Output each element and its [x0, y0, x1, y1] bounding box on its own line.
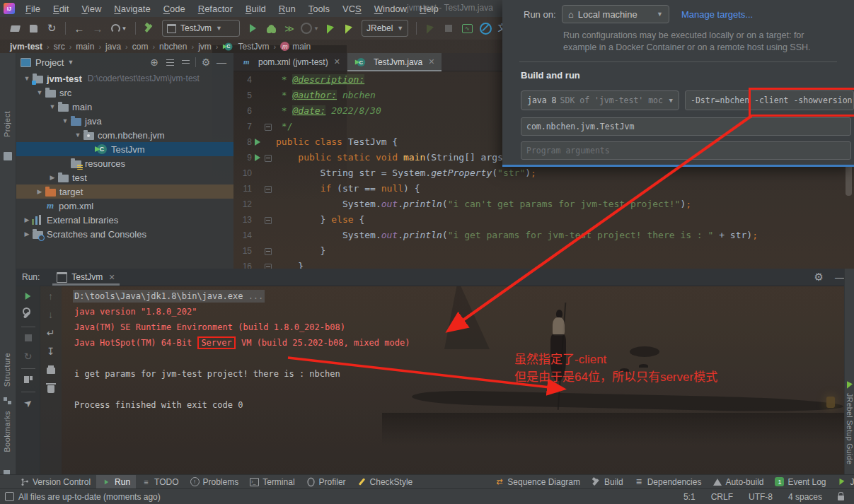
sync-icon[interactable]: ↻: [43, 20, 60, 36]
profiler-icon[interactable]: ▼: [299, 20, 321, 36]
menu-edit[interactable]: Edit: [47, 4, 75, 14]
menu-vcs[interactable]: VCS: [336, 4, 368, 14]
coverage-icon[interactable]: ≫: [281, 20, 298, 36]
program-arguments-field[interactable]: Program arguments: [521, 141, 851, 160]
chevron-expanded-icon[interactable]: ▼: [47, 103, 57, 110]
tool-window-tab-auto-build[interactable]: Auto-build: [707, 475, 769, 489]
breadcrumb-item-main[interactable]: mmain: [280, 42, 311, 52]
user-dropdown-icon[interactable]: ▼: [108, 20, 130, 36]
stop-icon[interactable]: [21, 330, 36, 346]
run-target-selector[interactable]: ⌂ Local machine ▼: [562, 5, 669, 23]
gear-icon[interactable]: ⚙: [814, 271, 824, 283]
pin-tab-icon[interactable]: ➤: [21, 395, 36, 411]
down-stack-trace-icon[interactable]: ↓: [43, 307, 59, 322]
breadcrumb-item-main[interactable]: main: [76, 42, 94, 52]
tool-window-tab-run[interactable]: Run: [96, 475, 136, 489]
run-settings-icon[interactable]: [21, 307, 36, 322]
chevron-expanded-icon[interactable]: ▼: [22, 75, 32, 82]
fold-marker-icon[interactable]: [265, 124, 272, 131]
breadcrumb-item-java[interactable]: java: [105, 42, 121, 52]
scroll-to-end-icon[interactable]: ↧: [43, 344, 59, 359]
tool-window-tab-todo[interactable]: ≡TODO: [136, 475, 184, 489]
jrebel-selector[interactable]: JRebel▼: [362, 20, 408, 37]
jdk-selector[interactable]: java 8 SDK of 'jvm-test' moc ▼: [521, 90, 679, 110]
expand-all-icon[interactable]: [162, 55, 178, 69]
line-ending[interactable]: CRLF: [711, 492, 733, 502]
up-stack-trace-icon[interactable]: ↑: [43, 288, 59, 304]
tab-jrebel-setup-guide[interactable]: JRebel Setup Guide: [846, 393, 854, 464]
manage-targets-link[interactable]: Manage targets...: [681, 9, 753, 20]
tool-window-tab-terminal[interactable]: ›_Terminal: [244, 475, 300, 489]
project-rail-icon[interactable]: [4, 152, 12, 160]
menu-run[interactable]: Run: [272, 4, 302, 14]
tree-item-jvm-test[interactable]: ▼jvm-testD:\coder\test\testJvm\jvm-test: [16, 71, 233, 86]
tool-window-tab-build[interactable]: Build: [586, 475, 629, 489]
lock-icon[interactable]: [838, 496, 844, 500]
menu-build[interactable]: Build: [239, 4, 272, 14]
menu-refactor[interactable]: Refactor: [192, 4, 239, 14]
breadcrumb-item-jvm-test[interactable]: jvm-test: [10, 42, 42, 52]
breadcrumb-item-jvm[interactable]: jvm: [198, 42, 212, 52]
tab-structure-rail[interactable]: Structure: [3, 353, 11, 387]
run-config-selector[interactable]: TestJvm▼: [162, 20, 240, 37]
editor-tab-testjvm-java[interactable]: CTestJvm.java✕: [347, 53, 442, 71]
tool-window-tab-dependencies[interactable]: ≣Dependencies: [629, 475, 708, 489]
tree-item-target[interactable]: ▶target: [16, 184, 233, 199]
build-hammer-icon[interactable]: [141, 20, 158, 36]
run-line-icon[interactable]: [255, 139, 260, 146]
rerun-icon[interactable]: [21, 288, 36, 304]
debug-icon[interactable]: [262, 20, 279, 36]
tree-item-com-nbchen-jvm[interactable]: ▼com.nbchen.jvm: [16, 128, 233, 142]
jrebel-run-icon[interactable]: [322, 20, 339, 36]
tool-window-tab-profiler[interactable]: Profiler: [301, 475, 352, 489]
editor-tab-pom-xml-jvm-test-[interactable]: mpom.xml (jvm-test)✕: [233, 53, 347, 71]
hide-panel-icon[interactable]: —: [835, 272, 844, 283]
jrebel-guide-icon[interactable]: [846, 380, 853, 389]
collapse-all-icon[interactable]: [178, 55, 193, 69]
caret-position[interactable]: 5:1: [683, 492, 696, 502]
tree-item-pom-xml[interactable]: mpom.xml: [16, 199, 233, 213]
close-icon[interactable]: ✕: [334, 57, 340, 66]
soft-wrap-icon[interactable]: ↵: [43, 325, 59, 341]
chevron-collapsed-icon[interactable]: ▶: [35, 188, 45, 195]
intellij-logo-icon[interactable]: IJ: [4, 3, 15, 14]
tree-item-external-libraries[interactable]: ▶External Libraries: [16, 213, 233, 227]
hide-panel-icon[interactable]: —: [214, 55, 229, 69]
tool-window-tab-event-log[interactable]: 1Event Log: [769, 475, 831, 489]
run-console-tab[interactable]: TestJvm ✕: [51, 269, 120, 286]
jrebel-sync-icon[interactable]: [422, 20, 439, 36]
tool-window-tab-jrebel-cons[interactable]: JRebel Cons: [832, 475, 854, 489]
indent-setting[interactable]: 4 spaces: [788, 492, 822, 502]
console-output[interactable]: D:\tools\Java\jdk1.8\bin\java.exe ...jav…: [62, 286, 844, 474]
breadcrumb-item-nbchen[interactable]: nbchen: [159, 42, 187, 52]
back-icon[interactable]: ←: [71, 20, 88, 36]
jrebel-debug-icon[interactable]: [340, 20, 357, 36]
tool-window-tab-sequence-diagram[interactable]: ⇄Sequence Diagram: [489, 475, 586, 489]
chevron-expanded-icon[interactable]: ▼: [73, 131, 83, 139]
run-icon[interactable]: [244, 20, 261, 36]
tree-item-resources[interactable]: resources: [16, 156, 233, 170]
tool-window-tab-version-control[interactable]: Version Control: [14, 475, 96, 489]
main-class-field[interactable]: com.nbchen.jvm.TestJvm: [521, 117, 851, 136]
menu-view[interactable]: View: [75, 4, 108, 14]
fold-marker-icon[interactable]: [265, 155, 272, 162]
tree-item-java[interactable]: ▼java: [16, 114, 233, 128]
fold-marker-icon[interactable]: [265, 248, 272, 255]
tool-window-tab-problems[interactable]: !Problems: [185, 475, 245, 489]
tree-item-scratches-and-consoles[interactable]: ▶Scratches and Consoles: [16, 227, 233, 241]
tab-project-rail[interactable]: Project: [3, 111, 11, 137]
open-icon[interactable]: [6, 20, 23, 36]
breadcrumb-item-testjvm[interactable]: CTestJvm: [222, 41, 269, 52]
menu-tools[interactable]: Tools: [302, 4, 336, 14]
close-icon[interactable]: ✕: [108, 273, 115, 282]
tree-item-src[interactable]: ▼src: [16, 86, 233, 100]
breadcrumb-item-com[interactable]: com: [132, 42, 149, 52]
restart-icon[interactable]: ↻: [21, 348, 36, 364]
clear-console-icon[interactable]: [43, 380, 59, 396]
tool-window-tab-checkstyle[interactable]: CheckStyle: [352, 475, 419, 489]
project-view-selector[interactable]: Project: [35, 57, 64, 68]
stop-icon[interactable]: [440, 20, 457, 36]
locate-file-icon[interactable]: ⊕: [146, 55, 162, 69]
forward-icon[interactable]: →: [89, 20, 106, 36]
save-icon[interactable]: [25, 20, 42, 36]
